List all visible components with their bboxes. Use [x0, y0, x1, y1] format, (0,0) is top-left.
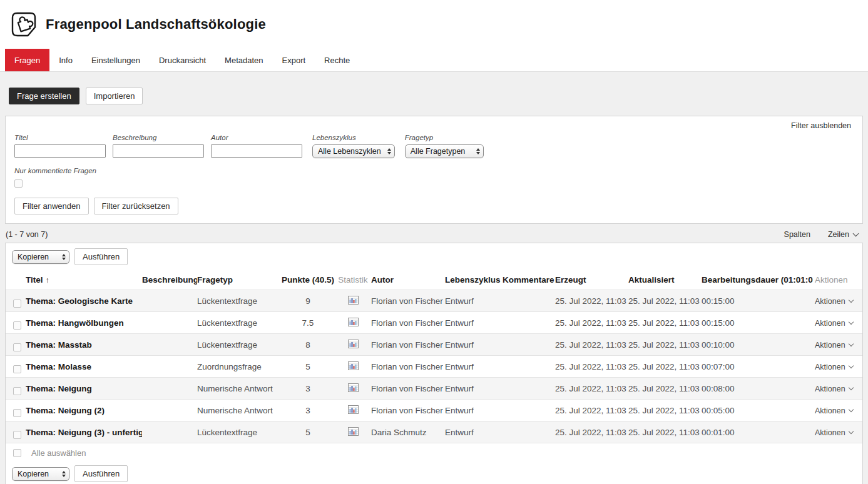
chevron-down-icon [848, 320, 853, 325]
chevron-down-icon [848, 363, 853, 368]
rows-toggle-label: Zeilen [828, 230, 849, 239]
tab-export[interactable]: Export [273, 49, 315, 71]
row-checkbox[interactable] [13, 365, 21, 373]
chevron-down-icon [848, 429, 853, 434]
column-header-created[interactable]: Erzeugt [555, 275, 628, 285]
result-range: (1 - 7 von 7) [6, 230, 48, 239]
select-all-checkbox[interactable] [13, 449, 21, 457]
tab-rechte[interactable]: Rechte [315, 49, 359, 71]
question-type: Numerische Antwort [197, 384, 281, 393]
question-type: Numerische Antwort [197, 406, 281, 415]
column-header-points[interactable]: Punkte (40.5) [281, 275, 335, 285]
statistics-icon[interactable] [348, 361, 359, 370]
question-updated: 25. Jul 2022, 11:03 [628, 318, 702, 328]
statistics-icon[interactable] [348, 340, 359, 348]
bulk-action-select[interactable]: Kopieren [12, 467, 69, 481]
column-header-updated[interactable]: Aktualisiert [628, 275, 702, 285]
tab-info[interactable]: Info [49, 49, 82, 71]
column-header-author[interactable]: Autor [371, 275, 445, 285]
row-actions-dropdown[interactable]: Aktionen [815, 385, 853, 393]
create-question-button[interactable]: Frage erstellen [9, 88, 79, 104]
tab-druckansicht[interactable]: Druckansicht [150, 49, 215, 71]
statistics-icon[interactable] [348, 296, 359, 305]
tab-metadaten[interactable]: Metadaten [215, 49, 272, 71]
table-row: Thema: Geologische Karte Lückentextfrage… [6, 290, 862, 311]
row-checkbox[interactable] [13, 387, 21, 395]
column-header-actions: Aktionen [813, 275, 862, 285]
apply-filter-button[interactable]: Filter anwenden [14, 198, 89, 214]
question-lifecycle: Entwurf [445, 384, 503, 393]
row-checkbox[interactable] [13, 343, 21, 351]
question-duration: 00:05:00 [702, 406, 813, 415]
bulk-action-value: Kopieren [18, 470, 49, 478]
question-title-link[interactable]: Thema: Masstab [26, 340, 142, 350]
import-button[interactable]: Importieren [86, 88, 143, 104]
reset-filter-button[interactable]: Filter zurücksetzen [94, 198, 178, 214]
execute-button[interactable]: Ausführen [74, 248, 128, 265]
qtype-filter-value: Alle Fragetypen [411, 147, 466, 156]
column-header-title[interactable]: Titel↑ [26, 275, 142, 285]
question-author: Florian von Fischer [371, 296, 445, 306]
question-author: Florian von Fischer [371, 362, 445, 371]
table-row: Thema: Molasse Zuordnungsfrage 5 Florian… [6, 355, 862, 377]
question-updated: 25. Jul 2022, 11:03 [628, 362, 702, 371]
question-title-link[interactable]: Thema: Hangwölbungen [26, 318, 142, 328]
columns-toggle[interactable]: Spalten [784, 230, 810, 239]
question-duration: 00:15:00 [702, 296, 813, 306]
commented-filter-checkbox[interactable] [14, 179, 23, 188]
bulk-action-select[interactable]: Kopieren [12, 250, 69, 264]
execute-button[interactable]: Ausführen [74, 465, 128, 482]
column-header-comments[interactable]: Kommentare [503, 275, 555, 285]
column-header-qtype[interactable]: Fragetyp [197, 275, 281, 285]
tab-einstellungen[interactable]: Einstellungen [82, 49, 150, 71]
author-filter-input[interactable] [211, 144, 302, 158]
column-header-description[interactable]: Beschreibung [142, 275, 197, 285]
question-duration: 00:15:00 [702, 318, 813, 328]
row-checkbox[interactable] [13, 431, 21, 439]
select-spinner-icon [62, 254, 66, 260]
column-header-lifecycle[interactable]: Lebenszyklus [445, 275, 503, 285]
row-checkbox[interactable] [13, 409, 21, 417]
author-filter-label: Autor [211, 134, 302, 141]
statistics-icon[interactable] [348, 427, 359, 436]
row-checkbox[interactable] [13, 321, 21, 330]
lifecycle-filter-select[interactable]: Alle Lebenszyklen [312, 144, 395, 158]
question-title-link[interactable]: Thema: Molasse [26, 362, 142, 371]
bulk-actions-bottom: Kopieren Ausführen [6, 461, 862, 484]
row-actions-dropdown[interactable]: Aktionen [815, 341, 853, 350]
row-actions-dropdown[interactable]: Aktionen [815, 406, 853, 415]
question-title-link[interactable]: Thema: Geologische Karte [26, 296, 142, 306]
table-range-row: (1 - 7 von 7) Spalten Zeilen [0, 224, 868, 243]
rows-toggle[interactable]: Zeilen [828, 230, 858, 239]
row-actions-dropdown[interactable]: Aktionen [815, 363, 853, 371]
description-filter-input[interactable] [113, 144, 204, 158]
question-title-link[interactable]: Thema: Neigung (3) - unfertig [26, 428, 142, 437]
chevron-down-icon [848, 298, 853, 303]
question-updated: 25. Jul 2022, 11:03 [628, 340, 702, 350]
question-pool-puzzle-icon [10, 11, 38, 38]
title-filter-input[interactable] [14, 144, 106, 158]
questions-table: Kopieren Ausführen Titel↑ Beschreibung F… [5, 243, 863, 484]
row-actions-dropdown[interactable]: Aktionen [815, 297, 853, 306]
table-row: Thema: Neigung (2) Numerische Antwort 3 … [6, 399, 862, 421]
statistics-icon[interactable] [348, 383, 359, 392]
row-actions-dropdown[interactable]: Aktionen [815, 428, 853, 437]
row-actions-dropdown[interactable]: Aktionen [815, 319, 853, 328]
statistics-icon[interactable] [348, 405, 359, 414]
question-updated: 25. Jul 2022, 11:03 [628, 384, 702, 393]
table-row: Thema: Hangwölbungen Lückentextfrage 7.5… [6, 311, 862, 333]
page-header: Fragenpool Landschaftsökologie [0, 0, 868, 49]
tab-bar: Fragen Info Einstellungen Druckansicht M… [0, 49, 868, 72]
question-title-link[interactable]: Thema: Neigung (2) [26, 406, 142, 415]
row-checkbox[interactable] [13, 300, 21, 308]
statistics-icon[interactable] [348, 318, 359, 326]
hide-filter-link[interactable]: Filter ausblenden [791, 121, 851, 130]
column-header-duration[interactable]: Bearbeitungsdauer (01:01:00) [702, 275, 813, 285]
qtype-filter-select[interactable]: Alle Fragetypen [405, 144, 484, 158]
question-duration: 00:07:00 [702, 362, 813, 371]
question-updated: 25. Jul 2022, 11:03 [628, 406, 702, 415]
select-spinner-icon [476, 148, 480, 154]
tab-fragen[interactable]: Fragen [5, 49, 49, 71]
question-title-link[interactable]: Thema: Neigung [26, 384, 142, 393]
filter-buttons: Filter anwenden Filter zurücksetzen [14, 198, 854, 214]
